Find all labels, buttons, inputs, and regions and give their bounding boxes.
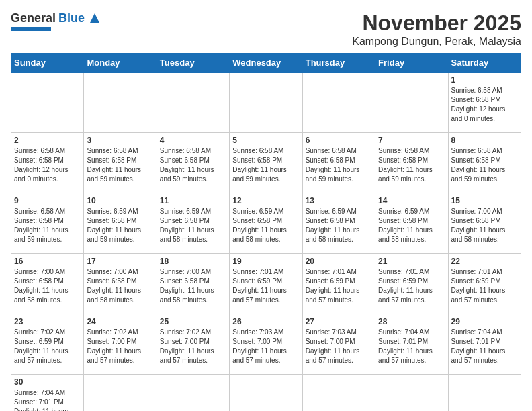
calendar-cell: 1Sunrise: 6:58 AMSunset: 6:58 PMDaylight… [448,73,521,133]
calendar-table: SundayMondayTuesdayWednesdayThursdayFrid… [11,53,521,411]
day-number: 11 [160,196,226,205]
calendar-cell: 10Sunrise: 6:59 AMSunset: 6:58 PMDayligh… [84,193,157,254]
calendar-cell: 28Sunrise: 7:04 AMSunset: 7:01 PMDayligh… [375,314,448,375]
day-number: 17 [87,257,153,266]
day-number: 3 [87,136,153,145]
day-number: 29 [451,317,518,326]
day-info: Sunrise: 7:00 AMSunset: 6:58 PMDaylight:… [160,267,226,305]
day-number: 21 [378,257,445,266]
calendar-cell [302,375,375,412]
weekday-header-saturday: Saturday [448,54,521,73]
calendar-cell: 13Sunrise: 6:59 AMSunset: 6:58 PMDayligh… [302,193,375,254]
calendar-cell [157,73,229,133]
day-info: Sunrise: 7:00 AMSunset: 6:58 PMDaylight:… [14,267,81,305]
calendar-cell [375,73,448,133]
calendar-cell [375,375,448,412]
month-title: November 2025 [352,11,521,36]
day-number: 15 [451,196,518,205]
calendar-cell: 4Sunrise: 6:58 AMSunset: 6:58 PMDaylight… [157,133,229,193]
calendar-cell [230,73,302,133]
day-number: 1 [451,75,518,85]
calendar-week-row: 16Sunrise: 7:00 AMSunset: 6:58 PMDayligh… [11,254,521,314]
logo-bar [11,27,51,31]
calendar-cell: 24Sunrise: 7:02 AMSunset: 7:00 PMDayligh… [84,314,157,375]
calendar-cell: 29Sunrise: 7:04 AMSunset: 7:01 PMDayligh… [448,314,521,375]
calendar-cell [157,375,229,412]
calendar-cell [448,375,521,412]
day-info: Sunrise: 7:02 AMSunset: 7:00 PMDaylight:… [160,328,226,365]
day-number: 16 [14,257,81,266]
page-header: General Blue November 2025 Kampong Dungu… [11,11,521,48]
day-number: 7 [378,136,445,145]
day-number: 14 [378,196,445,205]
day-number: 28 [378,317,445,326]
day-number: 6 [306,136,372,145]
calendar-cell: 25Sunrise: 7:02 AMSunset: 7:00 PMDayligh… [157,314,229,375]
day-info: Sunrise: 6:58 AMSunset: 6:58 PMDaylight:… [87,146,153,184]
day-info: Sunrise: 6:59 AMSunset: 6:58 PMDaylight:… [87,207,153,244]
calendar-cell: 19Sunrise: 7:01 AMSunset: 6:59 PMDayligh… [230,254,302,314]
day-number: 19 [232,257,299,266]
day-info: Sunrise: 7:02 AMSunset: 7:00 PMDaylight:… [87,328,153,365]
day-info: Sunrise: 7:04 AMSunset: 7:01 PMDaylight:… [378,328,445,365]
day-number: 13 [306,196,372,205]
calendar-cell: 27Sunrise: 7:03 AMSunset: 7:00 PMDayligh… [302,314,375,375]
title-area: November 2025 Kampong Dungun, Perak, Mal… [352,11,521,48]
calendar-cell [302,73,375,133]
svg-marker-0 [90,13,99,23]
day-info: Sunrise: 7:04 AMSunset: 7:01 PMDaylight:… [451,328,518,365]
calendar-cell [84,73,157,133]
day-info: Sunrise: 6:59 AMSunset: 6:58 PMDaylight:… [232,207,299,244]
calendar-cell: 3Sunrise: 6:58 AMSunset: 6:58 PMDaylight… [84,133,157,193]
day-info: Sunrise: 6:58 AMSunset: 6:58 PMDaylight:… [451,146,518,184]
calendar-cell: 15Sunrise: 7:00 AMSunset: 6:58 PMDayligh… [448,193,521,254]
calendar-week-row: 23Sunrise: 7:02 AMSunset: 6:59 PMDayligh… [11,314,521,375]
day-number: 27 [306,317,372,326]
calendar-header-row: SundayMondayTuesdayWednesdayThursdayFrid… [11,54,521,73]
day-info: Sunrise: 6:59 AMSunset: 6:58 PMDaylight:… [306,207,372,244]
day-info: Sunrise: 6:58 AMSunset: 6:58 PMDaylight:… [160,146,226,184]
calendar-cell: 7Sunrise: 6:58 AMSunset: 6:58 PMDaylight… [375,133,448,193]
calendar-cell: 21Sunrise: 7:01 AMSunset: 6:59 PMDayligh… [375,254,448,314]
calendar-week-row: 2Sunrise: 6:58 AMSunset: 6:58 PMDaylight… [11,133,521,193]
calendar-cell [230,375,302,412]
calendar-cell: 12Sunrise: 6:59 AMSunset: 6:58 PMDayligh… [230,193,302,254]
day-info: Sunrise: 7:00 AMSunset: 6:58 PMDaylight:… [87,267,153,305]
calendar-cell: 5Sunrise: 6:58 AMSunset: 6:58 PMDaylight… [230,133,302,193]
weekday-header-tuesday: Tuesday [157,54,229,73]
day-info: Sunrise: 7:01 AMSunset: 6:59 PMDaylight:… [378,267,445,305]
weekday-header-wednesday: Wednesday [230,54,302,73]
day-number: 12 [232,196,299,205]
calendar-cell: 9Sunrise: 6:58 AMSunset: 6:58 PMDaylight… [11,193,84,254]
day-number: 4 [160,136,226,145]
day-info: Sunrise: 7:02 AMSunset: 6:59 PMDaylight:… [14,328,81,365]
calendar-cell: 20Sunrise: 7:01 AMSunset: 6:59 PMDayligh… [302,254,375,314]
calendar-cell [11,73,84,133]
day-info: Sunrise: 6:58 AMSunset: 6:58 PMDaylight:… [232,146,299,184]
day-number: 18 [160,257,226,266]
day-number: 10 [87,196,153,205]
calendar-week-row: 1Sunrise: 6:58 AMSunset: 6:58 PMDaylight… [11,73,521,133]
calendar-cell: 14Sunrise: 6:59 AMSunset: 6:58 PMDayligh… [375,193,448,254]
calendar-cell: 22Sunrise: 7:01 AMSunset: 6:59 PMDayligh… [448,254,521,314]
weekday-header-monday: Monday [84,54,157,73]
day-number: 23 [14,317,81,326]
calendar-cell: 17Sunrise: 7:00 AMSunset: 6:58 PMDayligh… [84,254,157,314]
calendar-cell: 8Sunrise: 6:58 AMSunset: 6:58 PMDaylight… [448,133,521,193]
day-number: 2 [14,136,81,145]
calendar-cell: 6Sunrise: 6:58 AMSunset: 6:58 PMDaylight… [302,133,375,193]
day-number: 9 [14,196,81,205]
calendar-cell: 11Sunrise: 6:59 AMSunset: 6:58 PMDayligh… [157,193,229,254]
logo: General Blue [11,11,102,31]
day-info: Sunrise: 7:01 AMSunset: 6:59 PMDaylight:… [232,267,299,305]
day-info: Sunrise: 7:00 AMSunset: 6:58 PMDaylight:… [451,207,518,244]
day-info: Sunrise: 6:58 AMSunset: 6:58 PMDaylight:… [378,146,445,184]
weekday-header-friday: Friday [375,54,448,73]
day-number: 26 [232,317,299,326]
day-number: 25 [160,317,226,326]
day-info: Sunrise: 7:01 AMSunset: 6:59 PMDaylight:… [451,267,518,305]
calendar-cell: 16Sunrise: 7:00 AMSunset: 6:58 PMDayligh… [11,254,84,314]
day-number: 8 [451,136,518,145]
logo-blue: Blue [58,11,85,26]
calendar-cell: 26Sunrise: 7:03 AMSunset: 7:00 PMDayligh… [230,314,302,375]
